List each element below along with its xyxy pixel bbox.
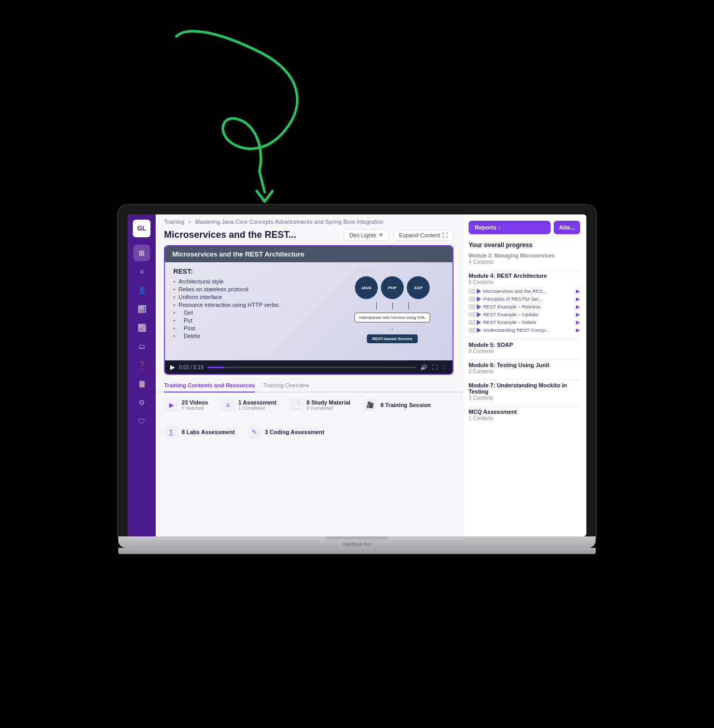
video-thumb-icon-3 [469, 304, 476, 309]
rest-label: REST: [173, 267, 332, 275]
stat-coding-text: 3 Coding Assessment [265, 429, 324, 435]
bullet-5: Get [173, 309, 332, 316]
play-icon-1 [477, 289, 481, 294]
tab-training-contents[interactable]: Training Contents and Resources [164, 379, 255, 393]
content-item-5[interactable]: REST Example – Delete ▶ [469, 318, 580, 326]
sidebar-icon-help[interactable]: ❓ [133, 357, 150, 373]
sidebar-icon-users[interactable]: 👤 [133, 282, 150, 299]
slide-content-wrapper: Microservices and the REST Architecture … [173, 254, 444, 352]
divider-2 [469, 339, 580, 340]
bullet-7: Post [173, 325, 332, 331]
divider-3 [469, 359, 580, 360]
content-arrow-1: ▶ [576, 288, 580, 294]
php-circle: PHP [381, 276, 404, 299]
video-thumb-icon-5 [469, 320, 476, 325]
truncated-module-contents: 4 Contents [469, 259, 580, 265]
content-item-1[interactable]: Microservices and the RES... ▶ [469, 287, 580, 295]
tabs-row: Training Contents and Resources Training… [156, 379, 462, 393]
stat-assessment-sub: 1 Completed [238, 406, 277, 411]
divider-5 [469, 406, 580, 407]
module-mcq-name: MCQ Assessment [469, 409, 580, 415]
diagram-circles: JAVA PHP ASP [355, 276, 430, 299]
labs-icon: ∑ [164, 425, 178, 439]
module-4-name: Module 4: REST Architecture [469, 273, 580, 279]
stat-videos-text: 23 Videos 0 Watched [182, 399, 208, 411]
fullscreen-icon[interactable]: ⛶ [432, 364, 437, 371]
sidebar-icon-dashboard[interactable]: ⊞ [133, 245, 150, 261]
dim-lights-label: Dim Lights [349, 232, 376, 238]
macbook-label: MacBook Pro [343, 542, 371, 547]
attendance-label: Atte... [559, 224, 575, 231]
app-logo: GL [133, 220, 150, 237]
stat-coding-label: 3 Coding Assessment [265, 429, 324, 435]
content-item-6[interactable]: Understanding REST Concp... ▶ [469, 326, 580, 334]
laptop-bezel: GL ⊞ ≡ 👤 📊 📈 🗂 ❓ 📋 ⚙ 🛡 Training [118, 205, 596, 536]
stat-assessment-text: 1 Assessment 1 Completed [238, 399, 277, 411]
divider-1 [469, 270, 580, 271]
module-4: Module 4: REST Architecture 6 Contents M… [469, 273, 580, 334]
play-icon-5 [477, 320, 481, 325]
module-5-name: Module 5: SOAP [469, 342, 580, 348]
breadcrumb-training[interactable]: Training [164, 219, 184, 225]
progress-section: Your overall progress Module 3: Managing… [462, 237, 586, 430]
asp-circle: ASP [407, 276, 430, 299]
play-button[interactable]: ▶ [170, 363, 175, 371]
content-arrow-5: ▶ [576, 319, 580, 325]
module-7-name: Module 7: Understanding Mockito in Testi… [469, 382, 580, 395]
stat-labs: ∑ 8 Labs Assessment [164, 425, 235, 439]
stat-videos-sub: 0 Watched [182, 406, 208, 411]
stat-videos: ▶ 23 Videos 0 Watched [164, 398, 208, 412]
progress-bar[interactable] [208, 367, 416, 368]
tab-training-overview[interactable]: Training Overview [263, 379, 309, 393]
laptop-base: MacBook Pro [118, 536, 596, 548]
bullet-8: Delete [173, 333, 332, 339]
content-item-3[interactable]: REST Example – Retrieve ▶ [469, 303, 580, 311]
training-session-icon: 🎥 [363, 398, 377, 412]
stat-study-sub: 8 Completed [307, 406, 350, 411]
content-arrow-4: ▶ [576, 312, 580, 317]
content-icons-1 [469, 289, 481, 294]
right-panel: Reports ↓ Atte... Your overall progress … [462, 214, 586, 536]
module-4-contents: 6 Contents [469, 279, 580, 285]
page-header: Microservices and the REST... Dim Lights… [156, 227, 462, 245]
progress-title: Your overall progress [469, 241, 580, 249]
attendance-button[interactable]: Atte... [554, 221, 580, 234]
content-icons-5 [469, 320, 481, 325]
reports-button[interactable]: Reports ↓ [469, 221, 551, 234]
slide-text: REST: Architectural style Relies on stat… [173, 267, 332, 352]
content-icons-4 [469, 312, 481, 317]
sidebar-icon-security[interactable]: 🛡 [133, 413, 150, 429]
laptop-screen: GL ⊞ ≡ 👤 📊 📈 🗂 ❓ 📋 ⚙ 🛡 Training [128, 214, 586, 536]
truncated-module-name: Module 3: Managing Microservices [469, 253, 580, 259]
line-1 [376, 302, 377, 309]
stat-videos-label: 23 Videos [182, 399, 208, 406]
stat-study-text: 8 Study Material 8 Completed [307, 399, 350, 411]
expand-content-button[interactable]: Expand Content ⛶ [393, 230, 454, 241]
total-time: 5:19 [194, 365, 203, 370]
content-text-3: REST Example – Retrieve [483, 304, 574, 309]
stat-labs-label: 8 Labs Assessment [182, 429, 235, 435]
stat-session-label: 8 Training Session [380, 402, 431, 408]
line-2 [392, 302, 393, 309]
sidebar-icon-tasks[interactable]: 📋 [133, 375, 150, 392]
sidebar-icon-analytics[interactable]: 📊 [133, 301, 150, 317]
diagram-down-arrow: ↓ [391, 326, 394, 331]
sidebar-icon-settings[interactable]: ⚙ [133, 394, 150, 411]
stat-study-material: 📄 8 Study Material 8 Completed [289, 398, 350, 412]
sidebar-icon-reports[interactable]: ≡ [133, 263, 150, 280]
stat-labs-text: 8 Labs Assessment [182, 429, 235, 435]
module-mcq-contents: 1 Contents [469, 415, 580, 421]
sidebar-icon-trends[interactable]: 📈 [133, 319, 150, 336]
content-item-2[interactable]: Principles of RESTful Ser... ▶ [469, 295, 580, 303]
module-5-contents: 9 Contents [469, 348, 580, 354]
content-item-4[interactable]: REST Example – Update ▶ [469, 311, 580, 318]
bullet-4: Resource interaction using HTTP verbs: [173, 302, 332, 308]
content-text-5: REST Example – Delete [483, 319, 574, 325]
interop-box: Interoperate with Service using XML [354, 313, 431, 322]
dim-lights-button[interactable]: Dim Lights ☀ [344, 229, 389, 241]
content-icons-3 [469, 304, 481, 309]
volume-icon[interactable]: 🔊 [420, 364, 428, 371]
reports-label: Reports ↓ [475, 224, 501, 231]
more-icon[interactable]: ⋮ [442, 364, 447, 371]
sidebar-icon-files[interactable]: 🗂 [133, 338, 150, 355]
